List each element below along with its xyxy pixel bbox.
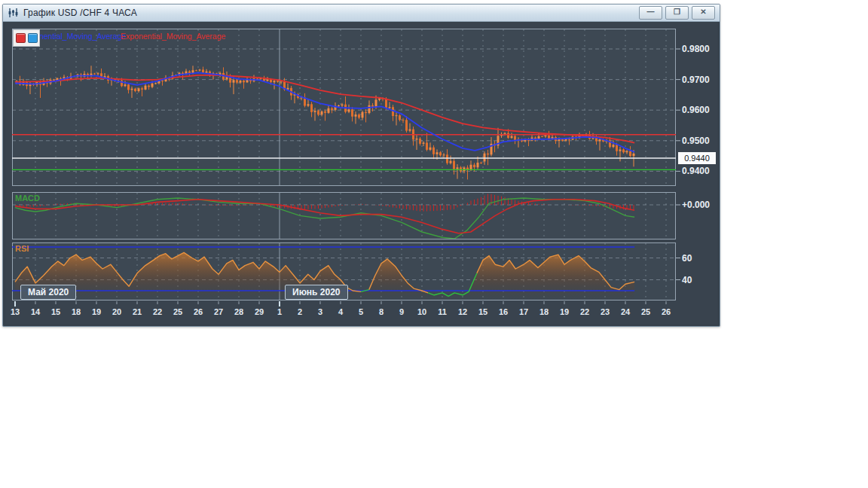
price-axis-tick: 0.9800 [682,44,710,54]
date-axis-label: 1 [277,307,282,316]
date-axis-label: 19 [560,307,569,316]
date-axis-label: 21 [133,307,142,316]
date-axis-label: 9 [399,307,404,316]
date-axis-label: 28 [234,307,243,316]
legend-ema-slow-label: Exponential_Moving_Average [121,32,225,41]
date-axis-label: 10 [417,307,426,316]
indicator-buttons-box [13,29,40,47]
date-axis-label: 3 [318,307,322,316]
date-axis-label: 25 [173,307,182,316]
date-axis-label: 27 [214,307,223,316]
date-axis-label: 15 [478,307,487,316]
price-axis-tick: 0.9700 [682,75,710,85]
indicator-button-blue[interactable] [28,33,38,43]
window-title: График USD /CHF 4 ЧАСА [23,8,137,18]
month-marker-label: Май 2020 [20,285,76,300]
date-axis-label: 22 [153,307,162,316]
date-axis-label: 16 [499,307,508,316]
date-axis-label: 8 [379,307,384,316]
minimize-button[interactable]: — [639,6,662,20]
date-axis-label: 18 [539,307,549,316]
candlestick-chart-icon [8,8,19,18]
date-axis-label: 24 [621,307,630,316]
date-axis-label: 26 [194,307,203,316]
close-button[interactable]: ✕ [692,6,715,20]
date-axis-label: 23 [601,307,610,316]
rsi-axis-tick: 40 [682,275,692,285]
price-panel [12,29,676,186]
rsi-axis-tick: 60 [682,253,692,264]
macd-axis-tick: +0.000 [682,200,710,210]
date-axis-label: 20 [112,307,121,316]
date-axis-label: 26 [662,307,671,316]
price-axis-tick: 0.9500 [682,136,710,146]
date-axis-label: 5 [359,307,363,316]
date-axis-label: 2 [298,307,302,316]
date-axis-label: 15 [51,307,60,316]
month-marker-label: Июнь 2020 [285,285,348,300]
restore-button[interactable]: ❐ [665,6,689,20]
window-titlebar[interactable]: График USD /CHF 4 ЧАСА — ❐ ✕ [3,5,720,22]
macd-panel-label: MACD [15,194,40,203]
date-axis-label: 13 [11,307,20,316]
price-axis-tick: 0.9400 [682,166,710,176]
macd-panel [12,192,676,239]
date-axis-label: 17 [519,307,528,316]
price-axis-tick: 0.9600 [682,105,710,115]
date-axis-label: 4 [338,307,343,316]
date-axis-label: 11 [438,307,447,316]
date-axis-label: 22 [580,307,589,316]
indicator-button-red[interactable] [16,33,26,43]
stage: График USD /CHF 4 ЧАСА — ❐ ✕ Exponential… [0,0,868,488]
date-axis-label: 25 [641,307,650,316]
current-price-tag: 0.9440 [678,152,716,164]
date-axis-label: 29 [255,307,264,316]
date-axis-label: 12 [458,307,467,316]
date-axis-label: 19 [92,307,101,316]
date-axis-label: 18 [72,307,81,316]
rsi-panel-label: RSI [15,244,29,253]
date-axis-label: 14 [31,307,40,316]
